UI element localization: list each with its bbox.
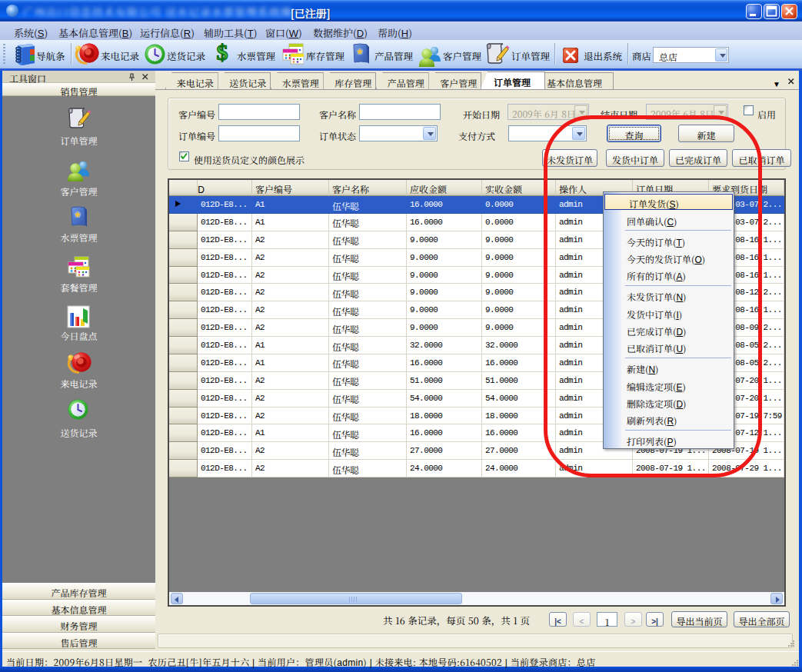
svg-text:$: $ — [217, 43, 228, 65]
